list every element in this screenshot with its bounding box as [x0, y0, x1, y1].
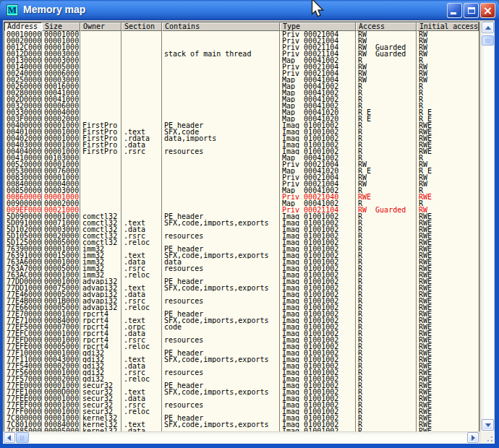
- table-row[interactable]: 77E6600000005000advapi32.relocImag 01001…: [4, 304, 479, 311]
- horizontal-scroll-thumb[interactable]: [16, 432, 29, 443]
- cell-owner: secur32: [80, 382, 121, 389]
- table-row[interactable]: 77EF500000007000rpcrt4.orpccodeImag 0100…: [4, 324, 479, 330]
- table-row[interactable]: 5D10200000003000comctl32.dataImag 010010…: [4, 226, 479, 233]
- table-row[interactable]: 0083000000001000Priv 00021004RWRW: [4, 174, 479, 181]
- table-row[interactable]: 0053000000076000Map 00041020R ER E: [4, 168, 479, 174]
- table-row[interactable]: 0041000000103000Map 00041002RR: [4, 155, 479, 161]
- table-row[interactable]: 0040000000001000FirstProPE headerImag 01…: [4, 122, 479, 129]
- table-row[interactable]: 77F1100000043000gdi32.textSFX,code,impor…: [4, 356, 479, 363]
- cell-size: 00003000: [42, 57, 80, 64]
- cell-owner: FirstPro: [80, 122, 121, 129]
- table-row[interactable]: 003F000000002000Map 00041020R ER E: [4, 116, 479, 122]
- table-row[interactable]: 7639000000001000imm32PE headerImag 01001…: [4, 246, 479, 252]
- table-row[interactable]: 77E7000000001000rpcrt4PE headerImag 0100…: [4, 311, 479, 317]
- scroll-right-button[interactable]: [467, 432, 479, 443]
- table-row[interactable]: 0001000000001000Priv 00021004RWRW: [4, 31, 479, 38]
- cell-type: Imag 01001002: [280, 350, 356, 356]
- table-row[interactable]: 77FEE00000001000secur32.dataImag 0100100…: [4, 395, 479, 402]
- table-row[interactable]: 77E4B0000001B000advapi32.rsrcresourcesIm…: [4, 298, 479, 304]
- table-row[interactable]: 0002000000001000Priv 00021004RWRW: [4, 38, 479, 44]
- table-row[interactable]: 009EF00000021000Priv 00021104RW GuardedR…: [4, 207, 479, 213]
- maximize-button[interactable]: [464, 3, 479, 18]
- table-row[interactable]: 0024000000006000Priv 00021004RWRW: [4, 70, 479, 77]
- table-row[interactable]: 7639100000015000imm32.textSFX,code,impor…: [4, 252, 479, 259]
- cell-address: 00403000: [4, 142, 42, 148]
- cell-access: R: [356, 57, 417, 64]
- table-row[interactable]: 763A700000005000imm32.rsrcresourcesImag …: [4, 265, 479, 272]
- table-row[interactable]: 5D09100000071000comctl32.textSFX,code,im…: [4, 220, 479, 226]
- table-row[interactable]: 7C80100000084000kernel32.textSFX,code,im…: [4, 421, 479, 428]
- resize-grip[interactable]: [480, 431, 495, 444]
- table-row[interactable]: 0090000000002000Map 00041002RR: [4, 200, 479, 207]
- table-row[interactable]: 77FEF00000001000secur32.rsrcresourcesIma…: [4, 402, 479, 408]
- table-row[interactable]: 763A600000001000imm32.datadataImag 01001…: [4, 259, 479, 265]
- table-row[interactable]: 5D12500000005000comctl32.relocImag 01001…: [4, 239, 479, 246]
- close-button[interactable]: ×: [480, 3, 495, 18]
- table-row[interactable]: 77FE10000000D000secur32.textSFX,code,imp…: [4, 389, 479, 395]
- table-row[interactable]: 77E4600000005000advapi32.dataImag 010010…: [4, 291, 479, 298]
- column-header-size[interactable]: Size: [42, 22, 80, 31]
- table-row[interactable]: 0025000000003000Map 00041004RWRW: [4, 77, 479, 83]
- cell-address: 77F54000: [4, 363, 42, 369]
- table-row[interactable]: 0084000000004000Priv 00021004RWRW: [4, 181, 479, 187]
- table-row[interactable]: 0040200000001000FirstPro.rdatadata,impor…: [4, 135, 479, 142]
- table-row[interactable]: 77F5600000001000gdi32.rsrcresourcesImag …: [4, 369, 479, 376]
- cell-contains: data,imports: [162, 135, 280, 142]
- table-row[interactable]: 0026000000016000Map 00041002RR: [4, 83, 479, 90]
- column-header-initial[interactable]: Initial access: [417, 22, 479, 31]
- vertical-scrollbar[interactable]: [480, 22, 494, 431]
- table-row[interactable]: 77EFC00000001000rpcrt4.dataImag 01001002…: [4, 330, 479, 337]
- titlebar[interactable]: M Memory map ×: [0, 0, 499, 20]
- table-row[interactable]: 77EFD00000001000rpcrt4.rsrcresourcesImag…: [4, 337, 479, 343]
- table-row[interactable]: 0028000000041000Map 00041002RR: [4, 90, 479, 96]
- table-row[interactable]: 0014000000005000Priv 00021004RWRW: [4, 64, 479, 70]
- table-row[interactable]: 0012D00000003000stack of main threadPriv…: [4, 51, 479, 57]
- table-row[interactable]: 0040300000001000FirstPro.dataImag 010010…: [4, 142, 479, 148]
- horizontal-scrollbar[interactable]: [3, 431, 479, 444]
- table-row[interactable]: 77FF000000001000secur32.relocImag 010010…: [4, 408, 479, 415]
- table-row[interactable]: 0085000000003000Map 00041002RR: [4, 187, 479, 194]
- scroll-down-button[interactable]: [482, 419, 494, 431]
- table-row[interactable]: 0033000000004000Map 00041020R ER E: [4, 109, 479, 116]
- column-header-type[interactable]: Type: [280, 22, 356, 31]
- minimize-button[interactable]: [447, 3, 462, 18]
- table-row[interactable]: 5D10500000020000comctl32.rsrcresourcesIm…: [4, 233, 479, 239]
- table-row[interactable]: 002D000000041000Map 00041002RR: [4, 96, 479, 103]
- cell-section: .reloc: [121, 272, 162, 278]
- scroll-up-button[interactable]: [482, 22, 494, 33]
- table-row[interactable]: 0012C00000001000Priv 00021104RW GuardedR…: [4, 44, 479, 51]
- cell-initial: RWE: [417, 395, 479, 402]
- table-row[interactable]: 77F5700000002000gdi32.relocImag 01001002…: [4, 376, 479, 382]
- table-row[interactable]: 0040100000001000FirstPro.textSFX,codeIma…: [4, 129, 479, 135]
- cell-initial: RWE: [417, 148, 479, 155]
- column-header-section[interactable]: Section: [121, 22, 162, 31]
- table-row[interactable]: 77DD000000001000advapi32PE headerImag 01…: [4, 278, 479, 285]
- table-row[interactable]: 77F1000000001000gdi32PE headerImag 01001…: [4, 350, 479, 356]
- table-row[interactable]: 0013000000003000Map 00041002RR: [4, 57, 479, 64]
- table-row[interactable]: 5D09000000001000comctl32PE headerImag 01…: [4, 213, 479, 220]
- table-row[interactable]: 0086000000001000Priv 00021040RWERWE: [4, 194, 479, 200]
- column-header-contains[interactable]: Contains: [162, 22, 280, 31]
- column-header-address[interactable]: Address: [4, 22, 42, 31]
- column-header-owner[interactable]: Owner: [80, 22, 121, 31]
- table-row[interactable]: 7C80000000001000kernel32PE headerImag 01…: [4, 415, 479, 421]
- cell-contains: PE header: [162, 311, 280, 317]
- column-header-access[interactable]: Access: [356, 22, 417, 31]
- table-row[interactable]: 0052000000001000Priv 00021004RWRW: [4, 161, 479, 168]
- table-row[interactable]: 0040400000001000FirstPro.rsrcresourcesIm…: [4, 148, 479, 155]
- vertical-scroll-thumb[interactable]: [482, 35, 494, 46]
- table-row[interactable]: 77E7100000084000rpcrt4.textSFX,code,impo…: [4, 317, 479, 324]
- table-row[interactable]: 77EFE00000005000rpcrt4.relocImag 0100100…: [4, 343, 479, 350]
- scroll-left-button[interactable]: [4, 432, 15, 443]
- cell-size: 00006000: [42, 70, 80, 77]
- cell-contains: [162, 103, 280, 109]
- table-row[interactable]: 77FE000000001000secur32PE headerImag 010…: [4, 382, 479, 389]
- table-header: AddressSizeOwnerSectionContainsTypeAcces…: [4, 22, 479, 31]
- table-row[interactable]: 763AC00000001000imm32.relocImag 01001002…: [4, 272, 479, 278]
- cell-address: 77E71000: [4, 317, 42, 324]
- cell-size: 00007000: [42, 324, 80, 330]
- cell-size: 0000D000: [42, 389, 80, 395]
- table-row[interactable]: 77F5400000002000gdi32.dataImag 01001002R…: [4, 363, 479, 369]
- table-row[interactable]: 0032000000006000Map 00041002RR: [4, 103, 479, 109]
- table-row[interactable]: 77DD100000075000advapi32.textSFX,code,im…: [4, 285, 479, 291]
